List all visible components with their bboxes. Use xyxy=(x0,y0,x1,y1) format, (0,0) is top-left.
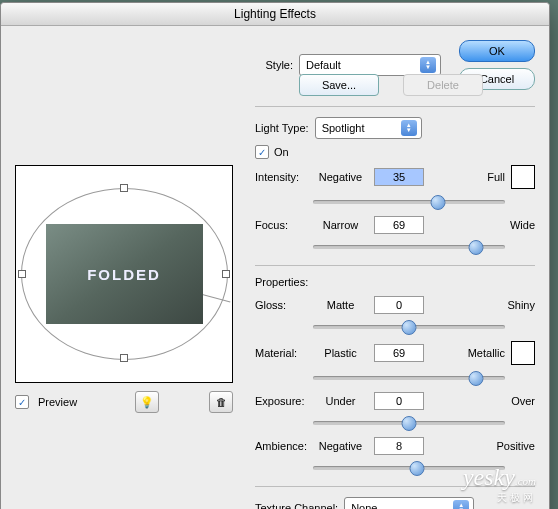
delete-button: Delete xyxy=(403,74,483,96)
handle-right[interactable] xyxy=(222,270,230,278)
trash-icon[interactable]: 🗑 xyxy=(209,391,233,413)
handle-top[interactable] xyxy=(120,184,128,192)
lighting-effects-dialog: Lighting Effects FOLDED Preview 💡 🗑 xyxy=(0,2,550,509)
preview-canvas[interactable]: FOLDED xyxy=(15,165,233,383)
texture-channel-label: Texture Channel: xyxy=(255,502,338,509)
gloss-field[interactable]: 0 xyxy=(374,296,424,314)
properties-label: Properties: xyxy=(255,276,535,288)
preview-checkbox[interactable]: Preview xyxy=(15,395,77,409)
on-checkbox[interactable]: On xyxy=(255,145,535,159)
focus-label: Focus: xyxy=(255,219,313,231)
ambience-field[interactable]: 8 xyxy=(374,437,424,455)
material-field[interactable]: 69 xyxy=(374,344,424,362)
updown-icon: ▲▼ xyxy=(420,57,436,73)
focus-slider[interactable] xyxy=(313,237,535,255)
lightbulb-icon[interactable]: 💡 xyxy=(135,391,159,413)
exposure-field[interactable]: 0 xyxy=(374,392,424,410)
style-select[interactable]: Default▲▼ xyxy=(299,54,441,76)
handle-bottom[interactable] xyxy=(120,354,128,362)
preview-image: FOLDED xyxy=(46,224,203,324)
handle-left[interactable] xyxy=(18,270,26,278)
gloss-slider[interactable] xyxy=(313,317,535,335)
material-slider[interactable] xyxy=(313,368,535,386)
texture-channel-select[interactable]: None▲▼ xyxy=(344,497,474,509)
ok-button[interactable]: OK xyxy=(459,40,535,62)
intensity-slider[interactable] xyxy=(313,192,535,210)
focus-field[interactable]: 69 xyxy=(374,216,424,234)
style-label: Style: xyxy=(255,59,293,71)
window-title: Lighting Effects xyxy=(1,3,549,26)
intensity-field[interactable]: 35 xyxy=(374,168,424,186)
updown-icon: ▲▼ xyxy=(401,120,417,136)
light-type-label: Light Type: xyxy=(255,122,309,134)
watermark: yesky.com 天极网 xyxy=(463,464,536,505)
light-type-select[interactable]: Spotlight▲▼ xyxy=(315,117,422,139)
intensity-label: Intensity: xyxy=(255,171,313,183)
save-button[interactable]: Save... xyxy=(299,74,379,96)
ambient-color-swatch[interactable] xyxy=(511,341,535,365)
exposure-slider[interactable] xyxy=(313,413,535,431)
light-color-swatch[interactable] xyxy=(511,165,535,189)
